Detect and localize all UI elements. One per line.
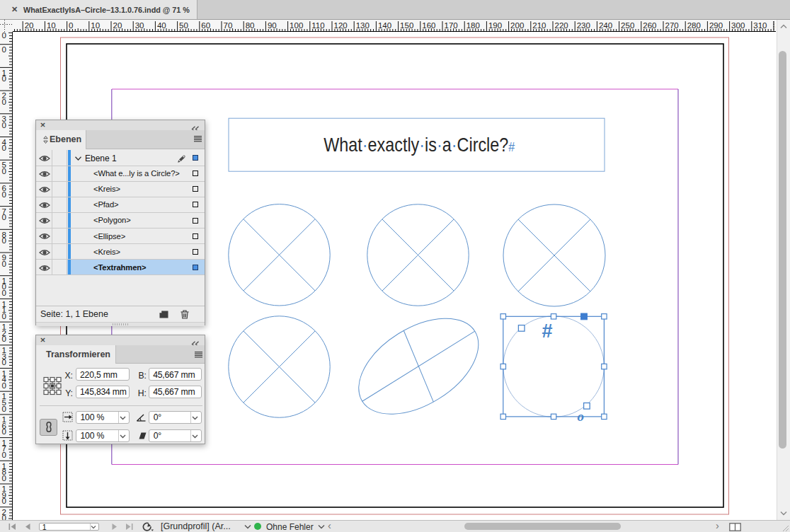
svg-text:50: 50 [179,21,188,30]
svg-text:320: 320 [776,21,777,30]
svg-text:230: 230 [577,21,590,30]
svg-text:20: 20 [25,21,34,30]
svg-text:60: 60 [201,21,210,30]
svg-text:300: 300 [731,21,745,30]
svg-text:20: 20 [113,21,122,30]
svg-text:180: 180 [466,21,480,30]
svg-text:260: 260 [643,21,656,30]
svg-text:120: 120 [334,21,348,30]
svg-text:#: # [542,320,553,342]
svg-text:140: 140 [378,21,391,30]
svg-text:190: 190 [488,21,502,30]
svg-text:30: 30 [135,21,144,30]
svg-text:110: 110 [311,21,324,30]
svg-text:240: 240 [599,21,612,30]
svg-text:170: 170 [445,21,458,30]
svg-text:280: 280 [687,21,701,30]
svg-text:310: 310 [753,21,767,30]
svg-text:160: 160 [422,21,435,30]
svg-text:80: 80 [246,21,255,30]
svg-text:0: 0 [69,21,73,30]
svg-text:250: 250 [621,21,634,30]
svg-text:200: 200 [510,21,524,30]
svg-text:70: 70 [224,21,233,30]
svg-text:150: 150 [400,21,413,30]
svg-text:40: 40 [157,21,166,30]
svg-text:290: 290 [709,21,723,30]
svg-text:o: o [578,409,585,424]
svg-text:10: 10 [91,21,100,30]
svg-text:100: 100 [290,21,303,30]
svg-text:10: 10 [47,21,56,30]
svg-text:210: 210 [532,21,546,30]
svg-text:90: 90 [268,21,277,30]
svg-text:270: 270 [665,21,679,30]
svg-text:220: 220 [555,21,568,30]
svg-text:130: 130 [356,21,370,30]
